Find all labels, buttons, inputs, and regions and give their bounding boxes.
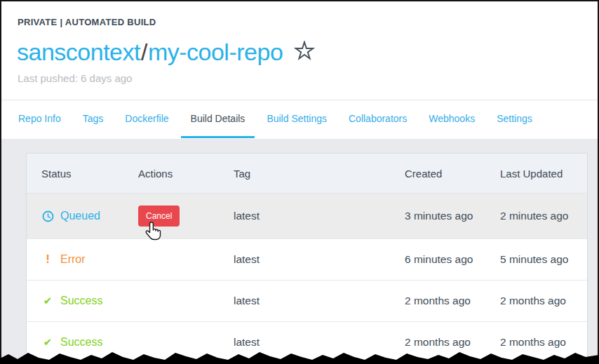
- tab-collaborators[interactable]: Collaborators: [339, 100, 417, 138]
- repo-name-link[interactable]: my-cool-repo: [148, 39, 283, 65]
- star-outline-icon[interactable]: [294, 39, 315, 66]
- tab-settings[interactable]: Settings: [487, 100, 542, 138]
- error-exclamation-icon: !: [41, 252, 54, 267]
- table-row-success-2[interactable]: ✔ Success latest 2 months ago 2 months a…: [27, 322, 587, 363]
- status-label: Queued: [60, 210, 100, 222]
- created-cell: 6 minutes ago: [405, 253, 500, 266]
- status-cell: ✔ Success: [41, 336, 138, 349]
- check-icon: ✔: [41, 295, 54, 307]
- tab-build-details[interactable]: Build Details: [181, 100, 255, 138]
- column-header-last-updated: Last Updated: [500, 168, 587, 180]
- table-row-queued[interactable]: Queued Cancel latest 3 minutes ago 2 min…: [27, 194, 587, 239]
- last-updated-cell: 2 months ago: [500, 336, 587, 349]
- last-updated-cell: 2 months ago: [500, 295, 587, 307]
- tab-dockerfile[interactable]: Dockerfile: [115, 100, 178, 138]
- clock-icon: [41, 210, 54, 222]
- table-row-success-1[interactable]: ✔ Success latest 2 months ago 2 months a…: [27, 281, 587, 322]
- column-header-tag: Tag: [234, 168, 405, 180]
- tab-webhooks[interactable]: Webhooks: [419, 100, 485, 138]
- table-row-error[interactable]: ! Error latest 6 minutes ago 5 minutes a…: [27, 239, 587, 281]
- column-header-created: Created: [405, 168, 500, 180]
- builds-table: Status Actions Tag Created Last Updated …: [26, 153, 588, 364]
- build-details-panel: Status Actions Tag Created Last Updated …: [1, 139, 598, 364]
- check-icon: ✔: [41, 336, 54, 349]
- last-updated-cell: 5 minutes ago: [500, 253, 587, 266]
- repo-header: PRIVATE | AUTOMATED BUILD sanscontext/my…: [1, 1, 598, 100]
- status-label: Error: [60, 253, 86, 266]
- table-header-row: Status Actions Tag Created Last Updated: [27, 154, 587, 194]
- last-pushed-text: Last pushed: 6 days ago: [18, 72, 598, 84]
- tag-cell: latest: [234, 253, 405, 266]
- tag-cell: latest: [234, 336, 405, 349]
- created-cell: 2 months ago: [405, 336, 500, 349]
- repo-slash: /: [140, 39, 148, 65]
- repo-page: PRIVATE | AUTOMATED BUILD sanscontext/my…: [1, 1, 598, 364]
- repo-owner-link[interactable]: sanscontext: [17, 39, 140, 65]
- status-cell: ✔ Success: [41, 295, 138, 307]
- status-cell: Queued: [41, 210, 138, 222]
- cancel-build-button[interactable]: Cancel: [138, 205, 180, 227]
- repo-tabbar: Repo Info Tags Dockerfile Build Details …: [1, 100, 598, 138]
- last-updated-cell: 2 minutes ago: [500, 210, 587, 222]
- status-cell: ! Error: [41, 252, 138, 267]
- repo-visibility-badge: PRIVATE | AUTOMATED BUILD: [18, 1, 598, 27]
- status-label: Success: [60, 336, 102, 349]
- tag-cell: latest: [234, 210, 405, 222]
- status-label: Success: [60, 295, 102, 307]
- tab-build-settings[interactable]: Build Settings: [257, 100, 337, 138]
- tag-cell: latest: [234, 295, 405, 307]
- actions-cell: Cancel: [138, 205, 234, 227]
- tab-tags[interactable]: Tags: [73, 100, 114, 138]
- created-cell: 2 months ago: [405, 295, 500, 307]
- page-title: sanscontext/my-cool-repo: [17, 37, 598, 66]
- created-cell: 3 minutes ago: [405, 210, 500, 222]
- column-header-actions: Actions: [138, 168, 234, 180]
- tab-repo-info[interactable]: Repo Info: [8, 100, 71, 138]
- column-header-status: Status: [41, 168, 138, 180]
